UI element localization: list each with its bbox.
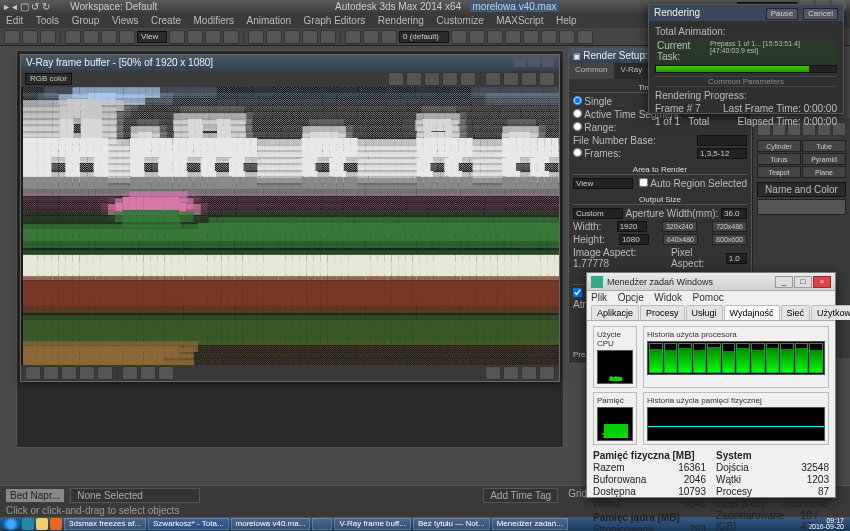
vfb-channel-dropdown[interactable]: RGB color	[25, 73, 72, 85]
preset-720x486[interactable]: 720x486	[712, 221, 747, 232]
aperture-field[interactable]: 36.0	[721, 208, 747, 219]
check-auto-region[interactable]	[639, 178, 648, 187]
taskbar-pin-explorer[interactable]	[36, 518, 48, 530]
vfb-tool-btn[interactable]	[485, 366, 501, 380]
pixel-aspect-field[interactable]: 1.0	[726, 253, 747, 264]
toolbar-btn[interactable]	[487, 30, 503, 44]
pause-button[interactable]: Pause	[766, 8, 799, 20]
toolbar-btn[interactable]	[65, 30, 81, 44]
toolbar-btn[interactable]	[451, 30, 467, 44]
toolbar-btn[interactable]	[22, 30, 38, 44]
primitive-cylinder[interactable]: Cylinder	[757, 140, 801, 152]
tm-tab-uslugi[interactable]: Usługi	[686, 305, 723, 320]
radio-single[interactable]	[573, 96, 582, 105]
vfb-tool-btn[interactable]	[122, 366, 138, 380]
toolbar-btn[interactable]	[169, 30, 185, 44]
vfb-minimize[interactable]	[514, 57, 526, 67]
vfb-tool-btn[interactable]	[79, 366, 95, 380]
vfb-tool-btn[interactable]	[140, 366, 156, 380]
menu-tools[interactable]: Tools	[36, 15, 59, 26]
taskbar-item[interactable]: morelowa v40.ma...	[231, 518, 311, 530]
vfb-rendered-image[interactable]: ░░░▒▒▒▒▓▓▓▓▓▓▓▓▓▓▓▓▒▒▒▒▒▒▒▒░░░░░░░░░░░░░…	[21, 87, 559, 365]
menu-rendering[interactable]: Rendering	[378, 15, 424, 26]
preset-800x600[interactable]: 800x600	[712, 234, 747, 245]
toolbar-btn[interactable]	[223, 30, 239, 44]
vfb-tool-btn[interactable]	[25, 366, 41, 380]
frames-field[interactable]: 1,3,5-12	[697, 148, 747, 159]
start-button[interactable]	[2, 518, 20, 530]
tm-tab-siec[interactable]: Sieć	[781, 305, 811, 320]
preset-640x480[interactable]: 640x480	[663, 234, 698, 245]
preset-320x240[interactable]: 320x240	[662, 221, 697, 232]
menu-edit[interactable]: Edit	[6, 15, 23, 26]
menu-graph-editors[interactable]: Graph Editors	[304, 15, 366, 26]
tm-tab-aplikacje[interactable]: Aplikacje	[591, 305, 639, 320]
check-atmospherics[interactable]	[573, 288, 582, 297]
menu-views[interactable]: Views	[112, 15, 139, 26]
area-dropdown[interactable]: View	[573, 178, 633, 189]
toolbar-btn[interactable]	[119, 30, 135, 44]
toolbar-btn[interactable]	[266, 30, 282, 44]
tm-menu-pomoc[interactable]: Pomoc	[693, 292, 724, 303]
vfb-tool-btn[interactable]	[460, 72, 476, 86]
vfb-close[interactable]	[542, 57, 554, 67]
taskmgr-maximize[interactable]: □	[794, 276, 812, 288]
height-field[interactable]: 1080	[619, 234, 649, 245]
toolbar-btn[interactable]	[83, 30, 99, 44]
vfb-tool-btn[interactable]	[539, 366, 555, 380]
menu-group[interactable]: Group	[72, 15, 100, 26]
vfb-tool-btn[interactable]	[485, 72, 501, 86]
radio-frames[interactable]	[573, 148, 582, 157]
toolbar-btn[interactable]	[205, 30, 221, 44]
vfb-tool-btn[interactable]	[442, 72, 458, 86]
vfb-tool-btn[interactable]	[521, 366, 537, 380]
taskbar-item[interactable]: Szwarkosz* - Tota...	[148, 518, 229, 530]
radio-range[interactable]	[573, 122, 582, 131]
taskmgr-titlebar[interactable]: Menedżer zadań Windows _ □ ×	[587, 273, 835, 291]
menu-create[interactable]: Create	[151, 15, 181, 26]
taskbar-item[interactable]: 3dsmax freezes af...	[64, 518, 146, 530]
tm-menu-plik[interactable]: Plik	[591, 292, 607, 303]
vfb-tool-btn[interactable]	[61, 366, 77, 380]
vfb-tool-btn[interactable]	[539, 72, 555, 86]
menu-customize[interactable]: Customize	[436, 15, 483, 26]
toolbar-btn[interactable]	[101, 30, 117, 44]
toolbar-btn[interactable]	[284, 30, 300, 44]
taskbar-pin-firefox[interactable]	[50, 518, 62, 530]
toolbar-btn[interactable]	[523, 30, 539, 44]
tab-common[interactable]: Common	[569, 63, 614, 79]
vfb-tool-btn[interactable]	[521, 72, 537, 86]
vfb-tool-btn[interactable]	[503, 366, 519, 380]
primitive-torus[interactable]: Torus	[757, 153, 801, 165]
vfb-titlebar[interactable]: V-Ray frame buffer - [50% of 1920 x 1080…	[21, 55, 559, 71]
name-and-color-rollout[interactable]: Name and Color	[757, 182, 846, 197]
toolbar-btn[interactable]	[302, 30, 318, 44]
toolbar-btn[interactable]	[320, 30, 336, 44]
add-time-tag[interactable]: Add Time Tag	[483, 488, 558, 503]
toolbar-btn[interactable]	[363, 30, 379, 44]
taskbar-item[interactable]: Bez tytułu — Not...	[413, 518, 490, 530]
tm-menu-widok[interactable]: Widok	[654, 292, 682, 303]
toolbar-btn[interactable]	[469, 30, 485, 44]
vfb-tool-btn[interactable]	[43, 366, 59, 380]
menu-modifiers[interactable]: Modifiers	[193, 15, 234, 26]
vfb-tool-btn[interactable]	[158, 366, 174, 380]
file-number-base-field[interactable]	[697, 135, 747, 146]
toolbar-btn[interactable]	[505, 30, 521, 44]
vfb-tool-btn[interactable]	[388, 72, 404, 86]
taskmgr-minimize[interactable]: _	[775, 276, 793, 288]
toolbar-btn[interactable]	[4, 30, 20, 44]
toolbar-btn[interactable]	[381, 30, 397, 44]
taskbar-item[interactable]: V-Ray frame buff...	[334, 518, 411, 530]
maxscript-listener-tag[interactable]: Bed Napr...	[6, 489, 64, 502]
taskbar-item[interactable]: Menedżer zadań...	[492, 518, 568, 530]
vfb-tool-btn[interactable]	[424, 72, 440, 86]
toolbar-dropdown-view[interactable]: View	[137, 31, 167, 43]
toolbar-selection-set[interactable]: 0 (default)	[399, 31, 449, 43]
toolbar-btn[interactable]	[559, 30, 575, 44]
vfb-maximize[interactable]	[528, 57, 540, 67]
toolbar-btn[interactable]	[541, 30, 557, 44]
toolbar-btn[interactable]	[248, 30, 264, 44]
output-size-dropdown[interactable]: Custom	[573, 208, 623, 219]
menu-maxscript[interactable]: MAXScript	[496, 15, 543, 26]
